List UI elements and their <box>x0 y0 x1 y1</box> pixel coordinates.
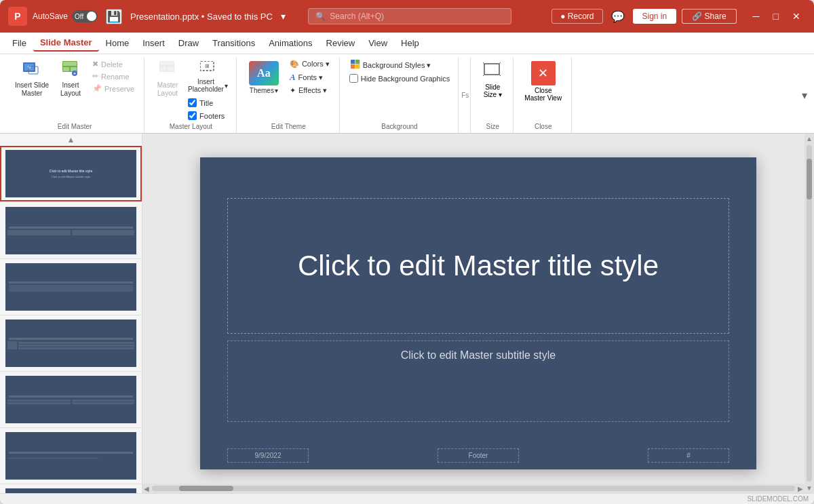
menu-insert[interactable]: Insert <box>136 35 172 51</box>
footer-page[interactable]: # <box>648 448 729 463</box>
close-master-view-icon: ✕ <box>531 61 556 85</box>
title-bar-actions: ● Record 💬 Sign in 🔗 Share ─ □ ✕ <box>551 9 806 24</box>
hide-background-item[interactable]: Hide Background Graphics <box>347 73 452 84</box>
effects-button[interactable]: ✦ Effects ▾ <box>286 85 334 96</box>
slide-4-content-area <box>7 341 134 350</box>
app-logo: P <box>8 7 27 26</box>
subtitle-placeholder[interactable]: Click to edit Master subtitle style <box>227 341 729 422</box>
minimize-button[interactable]: ─ <box>748 9 765 23</box>
master-layout-right: ⊞ InsertPlaceholder ▾ Title Footers <box>185 58 231 121</box>
footer-label[interactable]: Footer <box>438 448 519 463</box>
master-layout-label: MasterLayout <box>157 81 178 98</box>
title-placeholder[interactable]: Click to edit Master title style <box>227 198 729 334</box>
delete-icon: ✖ <box>92 60 98 69</box>
hide-background-checkbox[interactable] <box>349 74 358 83</box>
insert-layout-button[interactable]: + InsertLayout <box>54 58 87 100</box>
scrollbar-thumb[interactable] <box>807 159 812 199</box>
slide-thumb-5[interactable] <box>0 372 142 428</box>
svg-text:+: + <box>73 71 76 76</box>
menu-animations[interactable]: Animations <box>262 35 319 51</box>
scrollbar-track[interactable] <box>807 145 812 482</box>
slide-3-content <box>9 285 133 292</box>
slide-6-text: ───────────────────────────────────── <box>7 454 134 461</box>
rename-icon: ✏ <box>92 72 98 81</box>
svg-rect-20 <box>355 64 360 69</box>
panel-scroll-up[interactable]: ▲ <box>0 134 142 146</box>
slide-5-left-col <box>7 399 71 405</box>
footers-checkbox[interactable] <box>188 111 197 120</box>
master-layout-button: MasterLayout <box>151 58 184 100</box>
bottom-scrollbar-track[interactable] <box>152 486 795 491</box>
preserve-label: Preserve <box>104 85 134 93</box>
scrollbar-up-arrow[interactable]: ▲ <box>805 134 814 144</box>
menu-draw[interactable]: Draw <box>172 35 206 51</box>
slide-thumb-7-image <box>5 488 136 493</box>
colors-button[interactable]: 🎨 Colors ▾ <box>286 58 334 70</box>
svg-rect-19 <box>351 64 355 69</box>
master-layout-icon <box>159 61 176 80</box>
maximize-button[interactable]: □ <box>768 9 784 23</box>
menu-help[interactable]: Help <box>394 35 426 51</box>
canvas-area[interactable]: Click to edit Master title style Click t… <box>142 134 814 493</box>
bottom-scrollbar-thumb[interactable] <box>179 486 233 491</box>
slide-thumb-3[interactable] <box>0 259 142 315</box>
search-input[interactable] <box>330 12 504 21</box>
bottom-scroll-left[interactable]: ◀ <box>142 485 151 492</box>
record-button[interactable]: ● Record <box>551 9 602 24</box>
insert-placeholder-button[interactable]: ⊞ InsertPlaceholder ▾ <box>185 58 231 96</box>
slide-canvas[interactable]: Click to edit Master title style Click t… <box>200 157 756 469</box>
footer-date[interactable]: 9/9/2022 <box>227 448 309 463</box>
rename-button: ✏ Rename <box>88 71 138 82</box>
autosave-toggle[interactable]: Off <box>72 10 98 22</box>
title-checkbox-item[interactable]: Title <box>185 97 231 109</box>
slide-thumb-4[interactable] <box>0 315 142 372</box>
footers-checkbox-item[interactable]: Footers <box>185 110 231 121</box>
menu-transitions[interactable]: Transitions <box>206 35 262 51</box>
title-bar: P AutoSave Off 💾 Presentation.pptx • Sav… <box>0 0 814 33</box>
svg-rect-3 <box>28 66 38 74</box>
slide-thumb-7[interactable] <box>0 484 142 493</box>
save-button[interactable]: 💾 <box>106 9 122 24</box>
slide-thumb-1[interactable]: Click to edit Master title style Click t… <box>0 146 142 201</box>
close-master-view-button[interactable]: ✕ CloseMaster View <box>520 58 566 104</box>
svg-rect-17 <box>351 60 355 64</box>
fonts-button[interactable]: A Fonts ▾ <box>286 71 334 84</box>
slide-6-thumb-content: ───────────────────────────────────── <box>5 449 136 463</box>
title-checkbox[interactable] <box>188 98 197 107</box>
themes-button[interactable]: Aa Themes ▾ <box>244 58 284 97</box>
share-button[interactable]: 🔗 Share <box>682 9 736 24</box>
menu-file[interactable]: File <box>5 35 33 51</box>
svg-line-23 <box>499 62 501 64</box>
scrollbar-down-arrow[interactable]: ▼ <box>805 483 814 493</box>
right-scrollbar[interactable]: ▲ ▼ <box>805 134 814 493</box>
bottom-scrollbar[interactable]: ◀ ▶ <box>142 484 805 493</box>
slide-size-button[interactable]: SlideSize ▾ <box>478 58 507 101</box>
slide-1-thumb-subtitle: Click to edit Master subtitle style <box>50 175 92 178</box>
effects-icon: ✦ <box>290 86 296 95</box>
bottom-scroll-right[interactable]: ▶ <box>796 485 805 492</box>
close-button[interactable]: ✕ <box>787 9 806 23</box>
edit-master-group-label: Edit Master <box>58 121 92 132</box>
slide-4-line-2 <box>18 345 134 347</box>
background-styles-button[interactable]: Background Styles ▾ <box>347 58 452 72</box>
ribbon-scroll-down-button[interactable]: ▾ <box>800 88 809 103</box>
insert-placeholder-label: InsertPlaceholder ▾ <box>188 78 228 93</box>
slide-thumb-2-image <box>5 207 136 254</box>
slide-thumb-6[interactable]: ───────────────────────────────────── <box>0 428 142 484</box>
insert-slide-master-button[interactable]: M Insert SlideMaster <box>11 58 53 100</box>
signin-button[interactable]: Sign in <box>633 9 677 24</box>
slide-thumb-2[interactable] <box>0 201 142 259</box>
autosave-area: AutoSave Off <box>33 10 98 22</box>
search-bar[interactable]: 🔍 <box>308 8 511 24</box>
menu-slide-master[interactable]: Slide Master <box>33 35 99 52</box>
insert-layout-label: InsertLayout <box>60 81 81 98</box>
menu-review[interactable]: Review <box>319 35 362 51</box>
menu-view[interactable]: View <box>362 35 394 51</box>
svg-rect-12 <box>160 66 166 71</box>
slide-5-line-1 <box>7 400 71 402</box>
close-group-label: Close <box>535 121 552 132</box>
dropdown-arrow-icon[interactable]: ▾ <box>281 11 286 22</box>
menu-home[interactable]: Home <box>99 35 136 51</box>
effects-label: Effects ▾ <box>298 86 327 95</box>
comments-button[interactable]: 💬 <box>608 9 627 24</box>
